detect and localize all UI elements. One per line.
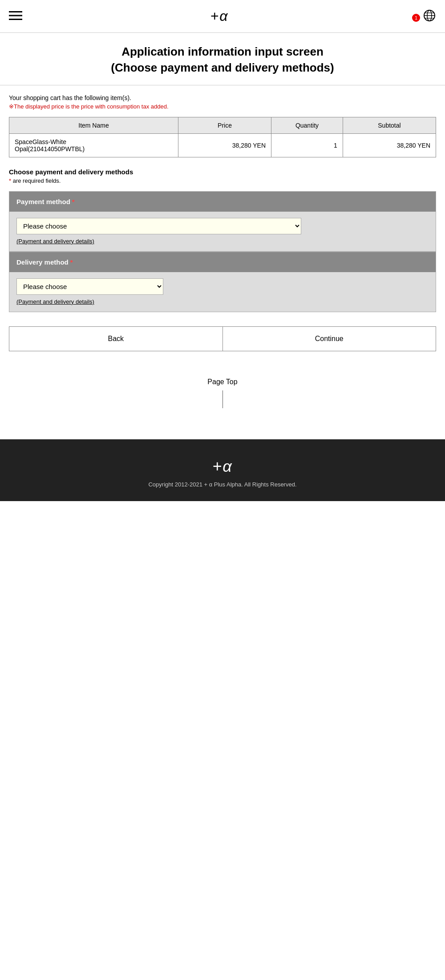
- payment-required-star: *: [72, 198, 75, 205]
- svg-rect-1: [9, 15, 22, 16]
- payment-method-label: Payment method: [16, 198, 70, 205]
- main-content: Your shopping cart has the following ite…: [0, 85, 445, 351]
- item-name: SpaceGlass-White Opal(210414050PWTBL): [9, 133, 178, 157]
- col-header-price: Price: [178, 117, 271, 133]
- payment-method-select[interactable]: Please choose: [16, 218, 301, 234]
- delivery-details-link[interactable]: (Payment and delivery details): [16, 298, 94, 305]
- globe-icon[interactable]: [423, 9, 436, 24]
- page-title-section: Application information input screen (Ch…: [0, 33, 445, 85]
- footer-logo: +α: [9, 457, 436, 476]
- svg-rect-0: [9, 11, 22, 12]
- header: +α 1: [0, 0, 445, 33]
- col-header-qty: Quantity: [271, 117, 343, 133]
- cart-badge: 1: [412, 14, 420, 22]
- payment-method-group: Payment method* Please choose (Payment a…: [9, 191, 436, 252]
- header-logo[interactable]: +α: [210, 8, 229, 24]
- page-top-link[interactable]: Page Top: [0, 378, 445, 386]
- table-header-row: Item Name Price Quantity Subtotal: [9, 117, 436, 133]
- page-title: Application information input screen (Ch…: [9, 44, 436, 76]
- required-note: * are required fields.: [9, 177, 436, 184]
- button-row: Back Continue: [9, 326, 436, 351]
- header-right: 1: [417, 9, 436, 24]
- continue-button[interactable]: Continue: [222, 326, 437, 351]
- required-note-text: are required fields.: [13, 177, 61, 184]
- col-header-subtotal: Subtotal: [343, 117, 436, 133]
- page-top-line: [222, 390, 223, 408]
- table-row: SpaceGlass-White Opal(210414050PWTBL) 38…: [9, 133, 436, 157]
- page-top-section: Page Top: [0, 360, 445, 413]
- footer-copyright: Copyright 2012-2021 + α Plus Alpha. All …: [9, 481, 436, 488]
- delivery-method-input-row: Please choose (Payment and delivery deta…: [9, 272, 436, 312]
- back-button[interactable]: Back: [9, 326, 222, 351]
- tax-note: ※The displayed price is the price with c…: [9, 103, 436, 110]
- item-subtotal: 38,280 YEN: [343, 133, 436, 157]
- footer: +α Copyright 2012-2021 + α Plus Alpha. A…: [0, 439, 445, 501]
- item-price: 38,280 YEN: [178, 133, 271, 157]
- delivery-method-group: Delivery method* Please choose (Payment …: [9, 252, 436, 312]
- required-star: *: [9, 177, 11, 184]
- payment-details-link[interactable]: (Payment and delivery details): [16, 238, 94, 245]
- payment-method-label-row: Payment method*: [9, 192, 436, 212]
- col-header-name: Item Name: [9, 117, 178, 133]
- form-section-title: Choose payment and delivery methods: [9, 168, 436, 176]
- svg-rect-2: [9, 19, 22, 20]
- delivery-method-select[interactable]: Please choose: [16, 278, 163, 295]
- delivery-method-label-row: Delivery method*: [9, 252, 436, 272]
- delivery-required-star: *: [70, 258, 73, 266]
- item-qty: 1: [271, 133, 343, 157]
- cart-table: Item Name Price Quantity Subtotal SpaceG…: [9, 117, 436, 157]
- cart-info-text: Your shopping cart has the following ite…: [9, 94, 436, 101]
- hamburger-icon[interactable]: [9, 9, 22, 24]
- payment-method-input-row: Please choose (Payment and delivery deta…: [9, 212, 436, 251]
- delivery-method-label: Delivery method: [16, 258, 69, 266]
